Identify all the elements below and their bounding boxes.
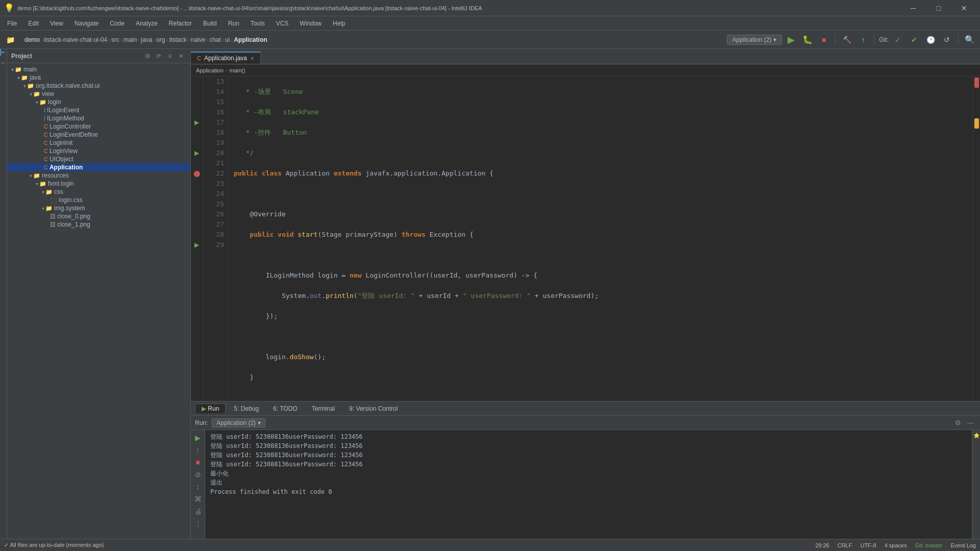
breadcrumb-main[interactable]: main [124,36,137,43]
toolbar-project-btn[interactable]: 📁 [3,33,17,47]
tree-item-close1[interactable]: 🖼 close_1.png [7,220,190,229]
run-marker-icon-29[interactable]: ▶ [194,241,199,248]
status-indent[interactable]: 4 spaces [885,542,907,548]
tree-item-iloginevent[interactable]: I ILoginEvent [7,106,190,114]
status-position[interactable]: 29:26 [815,542,829,548]
tree-item-main[interactable]: ▾ 📁 main [7,65,190,73]
breadcrumb-src[interactable]: src [111,36,119,43]
tree-item-iloginmethod[interactable]: I ILoginMethod [7,114,190,122]
git-revert-button[interactable]: ↺ [940,33,954,47]
breadcrumb-demo[interactable]: demo [24,36,40,43]
panel-sync-button[interactable]: ⟳ [154,51,164,61]
maximize-button[interactable]: □ [927,0,950,16]
breadcrumb-naive[interactable]: naive [190,36,205,43]
tree-item-login-css[interactable]: ⬛ login.css [7,196,190,204]
activity-favorites[interactable]: 2 [0,60,7,66]
run-config-badge[interactable]: Application (2) ▾ [212,418,265,428]
project-panel-title: Project [11,53,32,60]
tab-run[interactable]: ▶ Run [195,404,226,413]
status-line-ending[interactable]: CRLF [838,542,852,548]
menu-vcs[interactable]: VCS [271,19,294,28]
status-git[interactable]: Git: master [915,542,943,548]
menu-tools[interactable]: Tools [246,19,270,28]
tab-todo[interactable]: 6: TODO [267,404,304,413]
git-check-button[interactable]: ✓ [891,33,905,47]
editor-tab-application[interactable]: C Application.java ✕ [191,52,261,64]
menu-help[interactable]: Help [328,19,351,28]
tab-debug[interactable]: 5: Debug [228,404,265,413]
tab-terminal[interactable]: Terminal [306,404,341,413]
status-encoding[interactable]: UTF-8 [860,542,876,548]
tree-item-logininit[interactable]: C LoginInit [7,139,190,147]
tab-version-control[interactable]: 9: Version Control [343,404,404,413]
menu-run[interactable]: Run [223,19,244,28]
run-up-button[interactable]: ↑ [192,444,204,456]
chevron-down-icon: ▾ [258,419,261,427]
tree-item-logincontroller[interactable]: C LoginController [7,122,190,131]
menu-build[interactable]: Build [198,19,222,28]
menu-code[interactable]: Code [105,19,130,28]
favorites-icon[interactable]: ⭐ [973,432,979,438]
menu-edit[interactable]: Edit [23,19,44,28]
run-marker-icon-20[interactable]: ▶ [194,149,199,157]
breadcrumb-java[interactable]: java [141,36,152,43]
build-button[interactable]: 🔨 [840,33,854,47]
breadcrumb-module[interactable]: itstack-naive-chat-ui-04 [44,36,107,43]
run-scroll-button[interactable]: ↕ [192,481,204,492]
menu-file[interactable]: File [2,19,22,28]
tree-item-logineventdefine[interactable]: C LoginEventDefine [7,131,190,139]
search-everywhere-button[interactable]: 🔍 [963,33,977,47]
update-button[interactable]: ↑ [856,33,870,47]
breadcrumb-main-method[interactable]: main() [230,67,246,73]
tree-item-close0[interactable]: 🖼 close_0.png [7,212,190,220]
menu-navigate[interactable]: Navigate [69,19,104,28]
minimize-button[interactable]: ─ [901,0,925,16]
tree-item-loginview[interactable]: C LoginView [7,147,190,155]
code-editor[interactable]: * -场景 Scene * -布局 stackPane * -控件 Button… [229,77,973,401]
run-settings-button[interactable]: ⚙ [952,417,964,429]
run-clear-button[interactable]: ⊘ [192,469,204,480]
tree-item-login[interactable]: ▾ 📁 login [7,98,190,106]
breadcrumb-chat[interactable]: chat [209,36,221,43]
status-event-log[interactable]: Event Log [950,542,976,548]
breadcrumb-itstack[interactable]: itstack [169,36,186,43]
tab-close-button[interactable]: ✕ [250,56,254,61]
menu-analyze[interactable]: Analyze [131,19,163,28]
run-restart-button[interactable]: ▶ [192,432,204,443]
debug-button[interactable]: 🐛 [800,33,815,47]
run-button[interactable]: ▶ [784,33,798,47]
breadcrumb-ui[interactable]: ui [225,36,230,43]
panel-close-button[interactable]: ✕ [176,51,186,61]
panel-settings-button[interactable]: ≡ [165,51,175,61]
menu-refactor[interactable]: Refactor [164,19,197,28]
tree-item-img-system[interactable]: ▾ 📁 img.system [7,204,190,212]
run-config-selector[interactable]: Application (2) ▾ [727,35,782,45]
run-wrap-button[interactable]: ⌘ [192,493,204,505]
tree-item-uiobject[interactable]: C UIObject [7,155,190,163]
gutter-line-16 [191,107,203,117]
tree-item-java[interactable]: ▾ 📁 java [7,73,190,82]
breadcrumb-org[interactable]: org [156,36,165,43]
tree-item-resources[interactable]: ▾ 📁 resources [7,171,190,180]
activity-project[interactable]: 1 [0,49,7,56]
breadcrumb-application[interactable]: Application [234,36,267,43]
tree-item-view[interactable]: ▾ 📁 view [7,90,190,98]
tree-item-fxml-login[interactable]: ▾ 📁 fxml.login [7,180,190,188]
menu-view[interactable]: View [45,19,68,28]
git-tick-button[interactable]: ✔ [907,33,921,47]
run-more-button[interactable]: ⋮ [192,518,204,529]
run-print-button[interactable]: 🖨 [192,506,204,517]
tree-item-application[interactable]: C Application [7,163,190,171]
breadcrumb-application[interactable]: Application [196,67,224,73]
git-history-button[interactable]: 🕐 [923,33,938,47]
menu-window[interactable]: Window [295,19,327,28]
panel-gear-button[interactable]: ⚙ [142,51,153,61]
close-button[interactable]: ✕ [952,0,976,16]
tree-arrow: ▾ [36,99,38,105]
stop-button[interactable]: ■ [817,33,831,47]
run-stop-button[interactable]: ■ [192,457,204,468]
tree-item-css-folder[interactable]: ▾ 📁 css [7,188,190,196]
tree-item-org[interactable]: ▾ 📁 org.itstack.naive.chat.ui [7,82,190,90]
run-close-button[interactable]: — [965,417,976,429]
run-marker-icon[interactable]: ▶ [194,119,199,126]
